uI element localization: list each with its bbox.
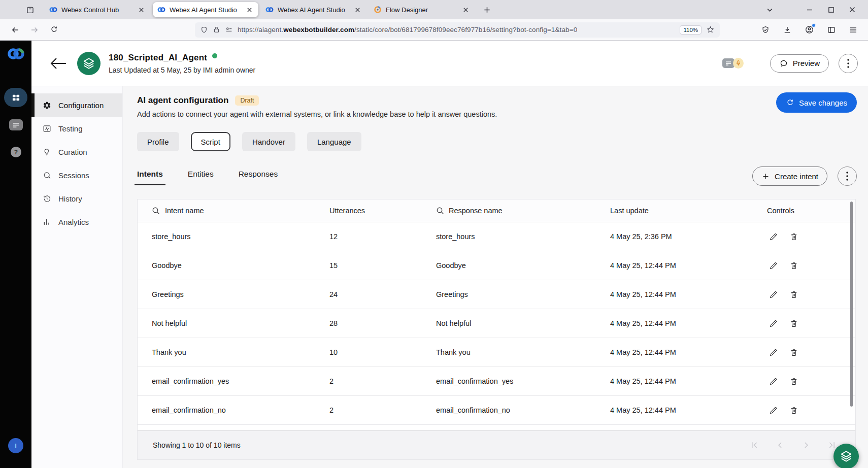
- header-more-options-icon[interactable]: [839, 54, 858, 73]
- cell-response-name: email_confirmation_yes: [436, 377, 607, 385]
- cell-last-update: 4 May 25, 12:44 PM: [607, 348, 764, 356]
- table-row[interactable]: email_confirmation_yes 2 email_confirmat…: [138, 367, 855, 396]
- tab-close-icon[interactable]: [245, 5, 254, 14]
- assistant-fab[interactable]: [833, 444, 859, 468]
- maximize-button[interactable]: [820, 2, 842, 18]
- cell-utterances: 2: [329, 406, 436, 414]
- lock-icon[interactable]: [213, 26, 220, 34]
- delete-trash-icon[interactable]: [787, 229, 801, 244]
- edit-pencil-icon[interactable]: [766, 287, 780, 302]
- sidebar-icon[interactable]: [827, 25, 836, 35]
- cell-response-name: Goodbye: [436, 261, 607, 270]
- cell-intent-name: email_confirmation_no: [138, 406, 329, 414]
- table-row[interactable]: Not helpful 28 Not helpful 4 May 25, 12:…: [138, 309, 855, 338]
- previous-page-icon[interactable]: [775, 440, 785, 450]
- bookmark-star-icon[interactable]: [706, 25, 715, 34]
- tab-handover[interactable]: Handover: [242, 132, 295, 151]
- delete-trash-icon[interactable]: [787, 374, 801, 388]
- tab-script[interactable]: Script: [191, 132, 230, 151]
- tab-language[interactable]: Language: [307, 132, 361, 151]
- zoom-level-badge[interactable]: 110%: [680, 25, 702, 35]
- edit-pencil-icon[interactable]: [766, 345, 780, 359]
- first-page-icon[interactable]: [749, 440, 759, 450]
- downloads-icon[interactable]: [783, 25, 792, 35]
- address-field[interactable]: https://aiagent.webexbotbuilder.com/stat…: [195, 22, 720, 38]
- testing-monitor-icon: [42, 124, 51, 133]
- back-icon[interactable]: [7, 22, 23, 38]
- table-row[interactable]: store_hours 12 store_hours 4 May 25, 2:3…: [138, 222, 855, 251]
- table-row[interactable]: Thank you 10 Thank you 4 May 25, 12:44 P…: [138, 338, 855, 367]
- cell-response-name: Not helpful: [436, 319, 607, 327]
- create-intent-button[interactable]: Create intent: [752, 166, 827, 186]
- browser-tab-flow-designer[interactable]: Flow Designer: [369, 2, 475, 17]
- subtab-responses[interactable]: Responses: [239, 170, 278, 185]
- sidebar-item-history[interactable]: History: [31, 187, 122, 210]
- edit-pencil-icon[interactable]: [766, 374, 780, 388]
- save-changes-button[interactable]: Save changes: [776, 92, 857, 113]
- tab-close-icon[interactable]: [461, 5, 470, 14]
- sidebar-item-configuration[interactable]: Configuration: [31, 93, 122, 117]
- table-row[interactable]: email_confirmation_no 2 email_confirmati…: [138, 396, 855, 425]
- side-nav: Configuration Testing Curation Sessions …: [31, 86, 123, 468]
- list-all-tabs-icon[interactable]: [761, 2, 778, 18]
- forward-icon[interactable]: [26, 22, 43, 38]
- cell-intent-name: Not helpful: [138, 319, 329, 327]
- cell-intent-name: Goodbye: [138, 261, 329, 270]
- tab-profile[interactable]: Profile: [137, 132, 179, 151]
- browser-tab-ai-agent-studio-active[interactable]: Webex AI Agent Studio: [153, 2, 258, 17]
- table-scrollbar[interactable]: [850, 202, 853, 407]
- user-avatar[interactable]: I: [8, 438, 23, 453]
- cell-response-name: Greetings: [436, 290, 607, 298]
- browser-tab-ai-agent-studio[interactable]: Webex AI Agent Studio: [261, 2, 366, 17]
- delete-trash-icon[interactable]: [787, 316, 801, 330]
- edit-pencil-icon[interactable]: [766, 229, 780, 244]
- account-icon[interactable]: [805, 25, 814, 35]
- url-text: https://aiagent.webexbotbuilder.com/stat…: [238, 26, 577, 34]
- sidebar-item-analytics[interactable]: Analytics: [31, 210, 122, 233]
- preview-button[interactable]: Preview: [770, 54, 829, 73]
- privacy-shield-icon[interactable]: [761, 25, 770, 35]
- docs-icon[interactable]: [9, 119, 23, 130]
- edit-pencil-icon[interactable]: [766, 316, 780, 330]
- edit-pencil-icon[interactable]: [766, 258, 780, 273]
- chat-sessions-icon: [42, 171, 51, 180]
- table-row[interactable]: Goodbye 15 Goodbye 4 May 25, 12:44 PM: [138, 251, 855, 280]
- sidebar-item-curation[interactable]: Curation: [31, 140, 122, 163]
- minimize-button[interactable]: [799, 2, 820, 18]
- table-row[interactable]: Greetings 24 Greetings 4 May 25, 12:44 P…: [138, 280, 855, 309]
- reload-icon[interactable]: [46, 22, 62, 38]
- cell-intent-name: Thank you: [138, 348, 329, 356]
- voice-channel-mic-icon: [733, 58, 744, 69]
- webex-logo-icon: [265, 6, 274, 14]
- tracking-protection-shield-icon[interactable]: [200, 26, 208, 34]
- table-row-partial: [138, 425, 855, 430]
- new-tab-button[interactable]: [479, 2, 494, 17]
- delete-trash-icon[interactable]: [787, 345, 801, 359]
- edit-pencil-icon[interactable]: [766, 403, 780, 417]
- close-window-button[interactable]: [842, 2, 863, 18]
- sidebar-item-sessions[interactable]: Sessions: [31, 163, 122, 187]
- help-icon[interactable]: ?: [11, 147, 21, 157]
- tab-close-icon[interactable]: [353, 5, 362, 14]
- cell-utterances: 24: [329, 290, 436, 298]
- tab-close-icon[interactable]: [137, 5, 146, 14]
- subtab-entities[interactable]: Entities: [188, 170, 214, 185]
- search-icon[interactable]: [436, 207, 444, 215]
- subtab-intents[interactable]: Intents: [137, 170, 163, 185]
- browser-tab-control-hub[interactable]: Webex Control Hub: [45, 2, 150, 17]
- delete-trash-icon[interactable]: [787, 258, 801, 273]
- sidebar-item-testing[interactable]: Testing: [31, 117, 122, 140]
- search-icon[interactable]: [152, 207, 160, 215]
- next-page-icon[interactable]: [801, 440, 811, 450]
- site-permissions-icon[interactable]: [225, 26, 233, 34]
- delete-trash-icon[interactable]: [787, 287, 801, 302]
- intents-more-options-icon[interactable]: [838, 166, 857, 186]
- apps-grid-icon[interactable]: [4, 88, 27, 107]
- menu-hamburger-icon[interactable]: [849, 25, 858, 35]
- script-subtabs: Intents Entities Responses: [137, 170, 278, 185]
- back-arrow-icon[interactable]: [50, 57, 67, 70]
- container-tabs-icon[interactable]: [22, 2, 38, 17]
- table-footer: Showing 1 to 10 of 10 items: [138, 430, 855, 459]
- plus-icon: [761, 172, 770, 181]
- delete-trash-icon[interactable]: [787, 403, 801, 417]
